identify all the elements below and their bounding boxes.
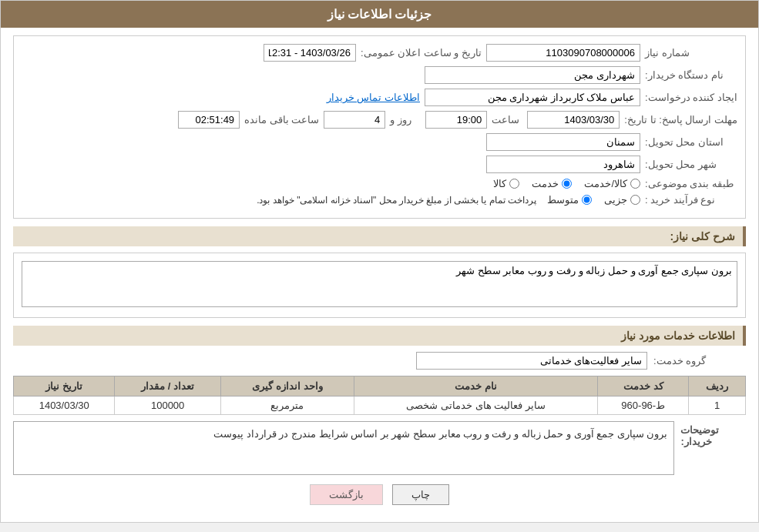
- label-deadline-days: روز و: [390, 114, 421, 125]
- row-province: استان محل تحویل:: [22, 133, 737, 151]
- radio-motavasset-input[interactable]: [582, 195, 592, 205]
- label-deadline-remaining: ساعت باقی مانده: [244, 114, 319, 125]
- main-container: جزئیات اطلاعات نیاز شماره نیاز تاریخ و س…: [0, 0, 759, 523]
- col-name: نام خدمت: [354, 376, 598, 396]
- row-creator: ایجاد کننده درخواست: اطلاعات تماس خریدار: [22, 89, 737, 106]
- label-city: شهر محل تحویل:: [645, 159, 737, 170]
- input-deadline-date[interactable]: [527, 111, 620, 129]
- table-row: 1 ط-96-960 سایر فعالیت های خدماتی شخصی م…: [14, 396, 746, 415]
- button-bar: چاپ بازگشت: [13, 475, 746, 514]
- need-description-textarea[interactable]: [22, 261, 737, 307]
- radio-kala-khedmat-label: کالا/خدمت: [584, 178, 627, 189]
- cell-code: ط-96-960: [598, 396, 689, 415]
- radio-jozei: جزیی: [604, 194, 640, 206]
- purchase-note: پرداخت تمام یا بخشی از مبلغ خریدار محل "…: [257, 195, 536, 206]
- buyer-desc-text: برون سپاری جمع آوری و حمل زباله و رفت و …: [213, 428, 667, 440]
- category-radio-group: کالا/خدمت خدمت کالا: [493, 178, 640, 189]
- buyer-desc-box: برون سپاری جمع آوری و حمل زباله و رفت و …: [13, 421, 674, 475]
- cell-row: 1: [689, 396, 746, 415]
- radio-motavasset-label: متوسط: [547, 194, 579, 206]
- col-quantity: تعداد / مقدار: [115, 376, 220, 396]
- buyer-description-section: توضیحات خریدار: برون سپاری جمع آوری و حم…: [13, 421, 746, 475]
- page-title: جزئیات اطلاعات نیاز: [327, 8, 432, 21]
- need-description-section: شرح کلی نیاز:: [13, 226, 746, 318]
- page-header: جزئیات اطلاعات نیاز: [1, 1, 758, 28]
- row-deadline: مهلت ارسال پاسخ: تا تاریخ: ساعت روز و سا…: [22, 111, 737, 129]
- back-button[interactable]: بازگشت: [310, 484, 383, 505]
- label-buyer: نام دستگاه خریدار:: [645, 69, 737, 81]
- col-code: کد خدمت: [598, 376, 689, 396]
- radio-jozei-label: جزیی: [604, 194, 627, 206]
- radio-motavasset: متوسط: [547, 194, 592, 206]
- label-service-group: گروه خدمت:: [653, 355, 746, 366]
- radio-khedmat: خدمت: [532, 178, 572, 189]
- label-creator: ایجاد کننده درخواست:: [645, 92, 737, 103]
- radio-kala-input[interactable]: [509, 179, 519, 189]
- purchase-type-radio-group: جزیی متوسط: [547, 194, 640, 206]
- label-province: استان محل تحویل:: [645, 136, 737, 148]
- main-info-section: شماره نیاز تاریخ و ساعت اعلان عمومی: نام…: [13, 35, 746, 219]
- label-category: طبقه بندی موضوعی:: [645, 178, 737, 189]
- input-service-group[interactable]: [416, 352, 647, 370]
- buyer-desc-label: توضیحات خریدار:: [680, 421, 746, 447]
- cell-date: 1403/03/30: [14, 396, 115, 415]
- table-header-row: ردیف کد خدمت نام خدمت واحد اندازه گیری ت…: [14, 376, 746, 396]
- row-number-date: شماره نیاز تاریخ و ساعت اعلان عمومی:: [22, 44, 737, 62]
- label-date: تاریخ و ساعت اعلان عمومی:: [361, 47, 482, 59]
- need-description-form: [13, 253, 746, 318]
- radio-khedmat-input[interactable]: [562, 179, 572, 189]
- radio-kala: کالا: [493, 178, 519, 189]
- label-deadline: مهلت ارسال پاسخ: تا تاریخ:: [624, 114, 737, 125]
- row-purchase-type: نوع فرآیند خرید : جزیی متوسط پرداخت تمام…: [22, 194, 737, 206]
- service-group-row: گروه خدمت:: [13, 352, 746, 370]
- row-buyer: نام دستگاه خریدار:: [22, 66, 737, 84]
- cell-name: سایر فعالیت های خدماتی شخصی: [354, 396, 598, 415]
- need-description-title: شرح کلی نیاز:: [13, 226, 746, 246]
- col-date: تاریخ نیاز: [14, 376, 115, 396]
- cell-unit: مترمربع: [220, 396, 354, 415]
- label-purchase-type: نوع فرآیند خرید :: [645, 194, 737, 206]
- print-button[interactable]: چاپ: [392, 484, 449, 505]
- services-title: اطلاعات خدمات مورد نیاز: [13, 326, 746, 346]
- input-city[interactable]: [486, 156, 640, 173]
- radio-kala-khedmat-input[interactable]: [630, 179, 640, 189]
- services-table: ردیف کد خدمت نام خدمت واحد اندازه گیری ت…: [13, 376, 746, 415]
- row-category: طبقه بندی موضوعی: کالا/خدمت خدمت کالا: [22, 178, 737, 189]
- input-deadline-days[interactable]: [324, 111, 385, 129]
- contact-link[interactable]: اطلاعات تماس خریدار: [327, 92, 420, 103]
- row-city: شهر محل تحویل:: [22, 156, 737, 173]
- radio-kala-label: کالا: [493, 178, 506, 189]
- services-section: اطلاعات خدمات مورد نیاز گروه خدمت: ردیف …: [13, 326, 746, 415]
- input-province[interactable]: [486, 133, 640, 151]
- col-row: ردیف: [689, 376, 746, 396]
- input-deadline-remaining[interactable]: [178, 111, 240, 129]
- radio-jozei-input[interactable]: [630, 195, 640, 205]
- col-unit: واحد اندازه گیری: [220, 376, 354, 396]
- input-creator[interactable]: [425, 89, 640, 106]
- label-number: شماره نیاز: [645, 47, 737, 59]
- input-date[interactable]: [264, 44, 356, 62]
- radio-khedmat-label: خدمت: [532, 178, 559, 189]
- input-buyer[interactable]: [425, 66, 640, 84]
- cell-quantity: 100000: [115, 396, 220, 415]
- radio-kala-khedmat: کالا/خدمت: [584, 178, 640, 189]
- input-deadline-time[interactable]: [425, 111, 487, 129]
- input-number[interactable]: [486, 44, 640, 62]
- label-deadline-time: ساعت: [492, 114, 522, 125]
- content-area: شماره نیاز تاریخ و ساعت اعلان عمومی: نام…: [1, 28, 758, 522]
